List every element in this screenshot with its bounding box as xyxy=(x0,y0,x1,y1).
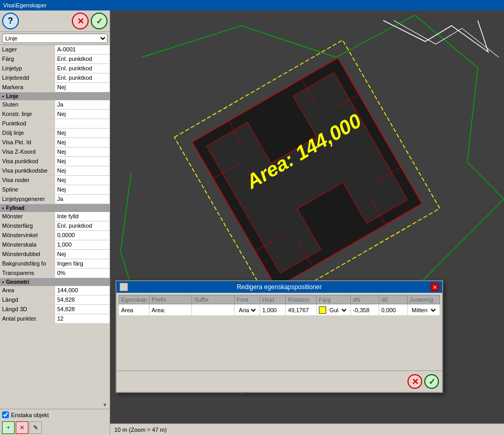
prop-label: Lager xyxy=(0,45,55,54)
prop-label: Längd 3D xyxy=(0,305,55,314)
table-row: Sluten Ja xyxy=(0,100,110,110)
col-justering: Justering xyxy=(408,295,440,304)
cell-justering[interactable]: Mitten ce xyxy=(408,304,440,316)
canvas-area: Area: 144,000 Redigera egenskapsposition… xyxy=(110,10,504,435)
color-select[interactable]: Gul xyxy=(327,306,348,314)
prop-value[interactable]: 0% xyxy=(55,269,110,278)
section-collapse-icon: ▪ xyxy=(2,279,4,285)
cell-suffix[interactable] xyxy=(192,304,234,316)
delete-button[interactable]: ✕ xyxy=(16,421,28,434)
cell-de[interactable] xyxy=(379,304,408,316)
enstaka-objekt-label[interactable]: Enstaka objekt xyxy=(2,411,49,418)
prop-label: Linjebredd xyxy=(0,73,55,82)
hojd-input[interactable] xyxy=(262,307,283,313)
prop-label: Längd xyxy=(0,295,55,304)
dialog-cancel-button[interactable]: ✕ xyxy=(408,374,422,389)
prop-value[interactable]: Nej xyxy=(55,129,110,137)
prop-value[interactable]: 54,828 xyxy=(55,305,110,314)
cell-rotation[interactable] xyxy=(286,304,317,316)
cell-egenskap[interactable]: Area xyxy=(119,304,149,316)
prop-value[interactable]: Ja xyxy=(55,195,110,204)
title-text: Visa\Egenskaper xyxy=(3,2,47,8)
prop-value[interactable]: Nej xyxy=(55,138,110,147)
app-window: Visa\Egenskaper ? ✕ ✓ Linje xyxy=(0,0,504,435)
prop-value[interactable]: Enl. punktkod xyxy=(55,221,110,230)
dialog-icon xyxy=(120,283,128,291)
ok-button[interactable]: ✓ xyxy=(91,13,108,29)
prop-value[interactable]: Nej xyxy=(55,157,110,166)
prefix-input[interactable] xyxy=(152,307,189,313)
col-font: Font xyxy=(234,295,260,304)
prop-label: Visa Pkt. Id xyxy=(0,138,55,147)
prop-value[interactable]: Ja xyxy=(55,100,110,109)
font-select[interactable]: Arial (Sta xyxy=(237,306,258,314)
table-row: Lager A-0001 xyxy=(0,45,110,55)
prop-value[interactable]: Enl. punktkod xyxy=(55,64,110,73)
cell-hojd[interactable] xyxy=(260,304,286,316)
prop-label: Mönsterdubbel xyxy=(0,250,55,259)
prop-label: Mönstervinkel xyxy=(0,231,55,240)
rotation-input[interactable] xyxy=(288,307,314,313)
status-text: 10 m (Zoom = 47 m) xyxy=(114,427,167,433)
add-button[interactable]: + xyxy=(2,421,15,434)
section-collapse-icon: ▪ xyxy=(2,205,4,211)
help-button[interactable]: ? xyxy=(2,13,19,29)
table-row: Area Arial (Sta xyxy=(119,304,440,316)
dialog-empty-area xyxy=(116,318,442,370)
table-row: Mönsterskala 1,000 xyxy=(0,240,110,250)
de-input[interactable] xyxy=(381,307,405,313)
prop-value[interactable]: Nej xyxy=(55,147,110,156)
dialog-title-text: Redigera egenskapspositioner xyxy=(237,283,321,291)
cell-prefix[interactable] xyxy=(149,304,191,316)
prop-value[interactable]: Inte fylld xyxy=(55,212,110,221)
prop-label: Transparens xyxy=(0,269,55,278)
dn-input[interactable] xyxy=(353,307,377,313)
table-row: Visa Pkt. Id Nej xyxy=(0,138,110,147)
table-row: Visa punktkod Nej xyxy=(0,157,110,166)
col-egenskap: Egenskap xyxy=(119,295,149,304)
properties-table: Lager A-0001 Färg Enl. punktkod Linjetyp… xyxy=(0,45,110,400)
prop-value[interactable]: 0,0000 xyxy=(55,231,110,240)
checkbox-text: Enstaka objekt xyxy=(11,412,49,418)
type-dropdown[interactable]: Linje xyxy=(2,34,108,43)
prop-value[interactable]: Ingen färg xyxy=(55,259,110,268)
col-de: dE xyxy=(379,295,408,304)
prop-value[interactable]: Nej xyxy=(55,83,110,92)
prop-value[interactable]: Nej xyxy=(55,185,110,194)
panel-toolbar: ? ✕ ✓ xyxy=(0,10,110,32)
suffix-input[interactable] xyxy=(194,307,232,313)
col-hojd: Höjd xyxy=(260,295,286,304)
dialog-ok-button[interactable]: ✓ xyxy=(424,374,439,389)
section-collapse-icon: ▪ xyxy=(2,93,4,99)
prop-value[interactable]: Nej xyxy=(55,176,110,185)
positions-table: Egenskap Prefix Suffix Font Höjd Rotatio… xyxy=(119,295,440,316)
color-cell: Gul xyxy=(319,306,348,314)
cell-farg[interactable]: Gul xyxy=(317,304,351,316)
edit-positions-dialog: Redigera egenskapspositioner ✕ Egenskap … xyxy=(115,280,443,393)
prop-value[interactable]: Enl. punktkod xyxy=(55,55,110,63)
prop-value[interactable]: A-0001 xyxy=(55,45,110,54)
prop-value[interactable] xyxy=(55,119,110,128)
table-row: Spline Nej xyxy=(0,185,110,195)
dialog-close-button[interactable]: ✕ xyxy=(431,283,439,291)
prop-label: Sluten xyxy=(0,100,55,109)
prop-value[interactable]: 144,000 xyxy=(55,286,110,295)
dialog-title-bar: Redigera egenskapspositioner ✕ xyxy=(116,281,442,293)
prop-value[interactable]: 1,000 xyxy=(55,240,110,249)
enstaka-objekt-checkbox[interactable] xyxy=(2,411,9,418)
prop-value[interactable]: Enl. punktkod xyxy=(55,73,110,82)
prop-value[interactable]: 54,828 xyxy=(55,295,110,304)
prop-value[interactable]: Nej xyxy=(55,110,110,119)
prop-value[interactable]: Nej xyxy=(55,250,110,259)
cell-dn[interactable] xyxy=(351,304,379,316)
cell-font[interactable]: Arial (Sta xyxy=(234,304,260,316)
col-prefix: Prefix xyxy=(149,295,191,304)
cancel-button[interactable]: ✕ xyxy=(72,13,89,29)
table-row: Mönsterdubbel Nej xyxy=(0,250,110,259)
table-row: Transparens 0% xyxy=(0,269,110,278)
prop-value[interactable]: 12 xyxy=(55,314,110,323)
edit-button[interactable]: ✎ xyxy=(29,421,42,434)
section-label: Linje xyxy=(6,93,18,99)
prop-value[interactable]: Nej xyxy=(55,166,110,175)
justering-select[interactable]: Mitten ce xyxy=(410,306,437,314)
